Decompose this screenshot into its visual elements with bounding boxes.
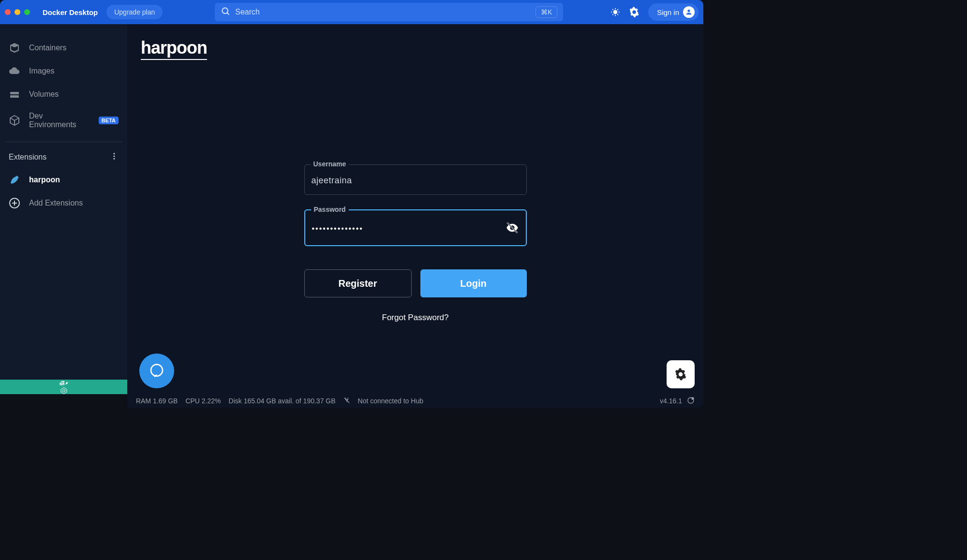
- sidebar-item-containers[interactable]: Containers: [0, 36, 127, 59]
- sidebar-item-images[interactable]: Images: [0, 59, 127, 83]
- sidebar-divider: [5, 142, 122, 142]
- cube-icon: [9, 115, 20, 126]
- search-input[interactable]: [235, 8, 531, 16]
- svg-point-2: [613, 10, 617, 14]
- login-form: Username Password •••••••••••••• Registe…: [304, 164, 527, 323]
- chat-icon: [149, 363, 164, 379]
- chat-support-button[interactable]: [139, 354, 174, 388]
- minimize-window-button[interactable]: [15, 9, 20, 15]
- maximize-window-button[interactable]: [24, 9, 30, 15]
- svg-rect-4: [10, 92, 19, 94]
- search-shortcut: ⌘K: [536, 6, 557, 18]
- settings-fab-button[interactable]: [667, 360, 695, 388]
- sidebar-item-dev-environments[interactable]: Dev Environments BETA: [0, 106, 127, 135]
- bug-icon[interactable]: [610, 7, 620, 17]
- status-ram: RAM 1.69 GB: [136, 397, 178, 405]
- svg-rect-5: [10, 95, 19, 98]
- volume-icon: [9, 88, 20, 100]
- svg-point-3: [687, 10, 690, 12]
- more-vertical-icon[interactable]: [110, 152, 119, 162]
- password-label: Password: [311, 206, 349, 213]
- upgrade-plan-button[interactable]: Upgrade plan: [106, 5, 163, 19]
- password-field-group[interactable]: Password ••••••••••••••: [304, 209, 527, 246]
- sidebar-item-label: Volumes: [29, 90, 59, 99]
- svg-line-1: [227, 13, 229, 15]
- svg-rect-14: [63, 383, 64, 384]
- svg-point-0: [223, 8, 228, 14]
- sidebar: Containers Images Volumes Dev Environmen…: [0, 24, 127, 394]
- password-input[interactable]: ••••••••••••••: [312, 224, 506, 233]
- harpoon-icon: [9, 174, 20, 186]
- whale-icon: [59, 380, 69, 387]
- status-connection: Not connected to Hub: [358, 397, 423, 405]
- plug-off-icon: [343, 397, 350, 405]
- main-content: harpoon Username Password ••••••••••••••…: [127, 24, 703, 394]
- avatar-icon: [683, 6, 695, 18]
- harpoon-logo: harpoon: [141, 38, 207, 60]
- sidebar-item-label: Add Extensions: [29, 199, 83, 207]
- svg-point-6: [114, 153, 115, 154]
- extensions-header: Extensions: [0, 146, 127, 168]
- extensions-heading: Extensions: [9, 153, 46, 162]
- status-disk: Disk 165.04 GB avail. of 190.37 GB: [229, 397, 336, 405]
- svg-rect-15: [61, 381, 62, 382]
- sidebar-item-label: Containers: [29, 44, 66, 52]
- container-icon: [9, 42, 20, 54]
- toggle-password-visibility-icon[interactable]: [506, 221, 519, 236]
- sidebar-item-volumes[interactable]: Volumes: [0, 83, 127, 106]
- sidebar-item-label: harpoon: [29, 176, 60, 184]
- signin-label: Sign in: [657, 8, 679, 16]
- username-label: Username: [311, 160, 349, 168]
- kubernetes-icon: [60, 387, 68, 395]
- cloud-icon: [9, 65, 20, 77]
- username-field-group[interactable]: Username: [304, 164, 527, 195]
- search-bar[interactable]: ⌘K: [215, 3, 563, 21]
- username-input[interactable]: [312, 176, 520, 186]
- signin-button[interactable]: Sign in: [648, 3, 699, 21]
- sidebar-extension-harpoon[interactable]: harpoon: [0, 168, 127, 192]
- svg-point-8: [114, 158, 115, 160]
- svg-rect-12: [60, 383, 61, 384]
- plus-circle-icon: [9, 197, 20, 209]
- search-icon: [221, 6, 230, 18]
- settings-icon[interactable]: [629, 7, 640, 17]
- window-controls: [5, 9, 30, 15]
- svg-point-21: [151, 365, 163, 376]
- sidebar-item-label: Dev Environments: [29, 112, 90, 129]
- svg-line-22: [344, 398, 349, 403]
- svg-point-18: [62, 389, 65, 392]
- sidebar-item-label: Images: [29, 67, 54, 75]
- sidebar-docker-engine-status[interactable]: [0, 380, 127, 387]
- status-cpu: CPU 2.22%: [185, 397, 221, 405]
- gear-icon: [674, 368, 687, 381]
- status-version: v4.16.1: [660, 397, 682, 405]
- app-title: Docker Desktop: [43, 8, 98, 16]
- sidebar-add-extensions[interactable]: Add Extensions: [0, 192, 127, 215]
- register-button[interactable]: Register: [304, 269, 412, 297]
- statusbar: RAM 1.69 GB CPU 2.22% Disk 165.04 GB ava…: [127, 394, 703, 408]
- update-available-icon[interactable]: [687, 397, 695, 406]
- sidebar-kubernetes-status[interactable]: [0, 387, 127, 394]
- svg-point-24: [692, 398, 694, 399]
- close-window-button[interactable]: [5, 9, 11, 15]
- beta-badge: BETA: [99, 117, 119, 124]
- svg-rect-16: [63, 381, 64, 382]
- svg-rect-13: [61, 383, 62, 384]
- forgot-password-link[interactable]: Forgot Password?: [304, 313, 527, 323]
- titlebar: Docker Desktop Upgrade plan ⌘K Sign in: [0, 0, 703, 24]
- svg-marker-17: [61, 387, 67, 394]
- svg-point-7: [114, 156, 115, 157]
- login-button[interactable]: Login: [420, 269, 527, 297]
